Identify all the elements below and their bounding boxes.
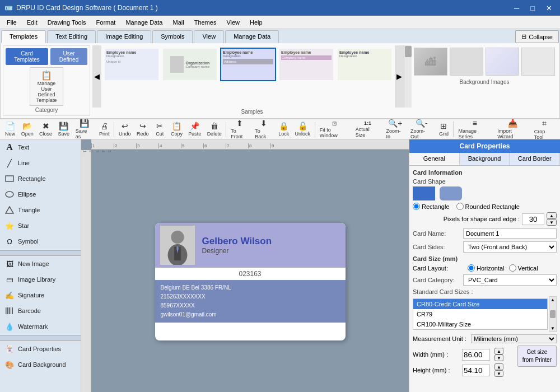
id-card[interactable]: Gelbero Wilson Designer 023163 Belgium B… [155, 223, 346, 340]
toolbar-delete[interactable]: 🗑Delete [204, 120, 224, 138]
std-size-cr80[interactable]: CR80-Credit Card Size [413, 299, 547, 309]
width-spinner[interactable]: ▲ ▼ [494, 348, 503, 361]
left-item-watermark[interactable]: 💧 Watermark [0, 319, 81, 334]
std-size-cr100[interactable]: CR100-Military Size [413, 319, 547, 329]
menu-format[interactable]: Format [92, 18, 120, 27]
card-category-select[interactable]: PVC_Card Paper_Card [463, 274, 557, 286]
samples-scroll-left[interactable]: ◀ [92, 45, 101, 108]
menu-drawing-tools[interactable]: Drawing Tools [43, 18, 91, 27]
radio-v-input[interactable] [509, 264, 516, 272]
sample-item-3[interactable]: Employee name Designation Address [220, 48, 276, 81]
samples-scrollbar[interactable] [404, 45, 412, 108]
toolbar-manage-series[interactable]: ≡Manage Series [455, 117, 494, 141]
menu-file[interactable]: File [2, 18, 21, 27]
menu-view[interactable]: View [222, 18, 244, 27]
tab-symbols[interactable]: Symbols [152, 30, 193, 43]
height-spinner[interactable]: ▲ ▼ [494, 363, 503, 377]
panel-tab-general[interactable]: General [409, 153, 460, 165]
height-down[interactable]: ▼ [494, 370, 503, 377]
maximize-button[interactable]: □ [527, 3, 538, 13]
toolbar-to-back[interactable]: ⬇To Back [252, 117, 275, 141]
toolbar-zoom-in[interactable]: 🔍+Zoom-In [383, 117, 407, 141]
panel-tab-background[interactable]: Background [460, 153, 510, 165]
toolbar-unlock[interactable]: 🔓Unlock [292, 120, 313, 138]
toolbar-lock[interactable]: 🔒Lock [276, 120, 291, 138]
toolbar-new[interactable]: 📄New [2, 120, 18, 138]
panel-tab-card-border[interactable]: Card Border [510, 153, 560, 165]
width-input[interactable] [462, 349, 490, 361]
toolbar-import-wizard[interactable]: 📥Import Wizard [494, 117, 530, 141]
width-up[interactable]: ▲ [494, 348, 503, 354]
minimize-button[interactable]: ─ [511, 3, 522, 13]
card-templates-button[interactable]: Card Templates [6, 48, 48, 65]
left-item-card-properties[interactable]: 🃏 Card Properties [0, 341, 81, 357]
left-item-new-image[interactable]: 🖼 New Image [0, 256, 81, 272]
close-button[interactable]: ✕ [543, 3, 556, 13]
toolbar-print[interactable]: 🖨Print [96, 120, 112, 138]
left-item-barcode[interactable]: Barcode [0, 303, 81, 319]
canvas-bg[interactable]: Gelbero Wilson Designer 023163 Belgium B… [91, 150, 409, 392]
samples-scroll-right[interactable]: ▶ [395, 45, 404, 108]
toolbar-actual-size[interactable]: 1:1Actual Size [353, 119, 383, 139]
sizes-scroll-thumb[interactable] [550, 310, 556, 318]
menu-themes[interactable]: Themes [190, 18, 221, 27]
pixels-spinner[interactable]: ▲ ▼ [547, 212, 557, 226]
toolbar-save[interactable]: 💾Save [55, 120, 72, 138]
menu-manage-data[interactable]: Manage Data [121, 18, 167, 27]
left-item-rectangle[interactable]: Rectangle [0, 171, 81, 186]
bg-image-2[interactable] [450, 48, 483, 76]
radio-vertical[interactable]: Vertical [509, 264, 538, 272]
height-input[interactable] [462, 365, 490, 376]
left-item-signature[interactable]: ✍ Signature [0, 287, 81, 303]
radio-rounded-input[interactable] [456, 203, 464, 210]
toolbar-cut[interactable]: ✂Cut [152, 120, 167, 138]
sizes-scroll-down[interactable]: ▼ [550, 326, 555, 331]
tab-view[interactable]: View [194, 30, 224, 43]
left-item-image-library[interactable]: 🗃 Image Library [0, 272, 81, 287]
sample-item-2[interactable]: Organization Company name [162, 48, 218, 81]
toolbar-to-front[interactable]: ⬆To Front [228, 117, 251, 141]
toolbar-paste[interactable]: 📌Paste [186, 120, 204, 138]
get-size-button[interactable]: Get sizefrom Printer [517, 346, 557, 367]
tab-text-editing[interactable]: Text Editing [47, 30, 96, 43]
user-defined-button[interactable]: User Defined [50, 48, 87, 65]
card-sides-select[interactable]: Two (Front and Back) One (Front only) [463, 241, 557, 253]
bg-image-3[interactable] [486, 48, 519, 76]
left-item-ellipse[interactable]: Ellipse [0, 186, 81, 202]
radio-rectangle[interactable]: Rectangle [413, 203, 450, 210]
left-item-star[interactable]: ⭐ Star [0, 218, 81, 234]
left-item-line[interactable]: ╱ Line [0, 155, 81, 171]
tab-manage-data[interactable]: Manage Data [225, 30, 279, 43]
toolbar-fit-window[interactable]: ⊡Fit to Window [317, 119, 352, 140]
tab-image-editing[interactable]: Image Editing [97, 30, 151, 43]
unit-select[interactable]: Milimeters (mm) Inches [471, 334, 557, 343]
pixels-up[interactable]: ▲ [547, 212, 557, 219]
toolbar-open[interactable]: 📂Open [18, 120, 36, 138]
bg-image-4[interactable] [521, 48, 555, 76]
menu-mail[interactable]: Mail [168, 18, 188, 27]
card-name-input[interactable] [463, 228, 557, 239]
toolbar-close[interactable]: ✖Close [36, 120, 54, 138]
menu-edit[interactable]: Edit [22, 18, 42, 27]
sample-item-4[interactable]: Employee name Company name [278, 48, 334, 81]
left-item-card-background[interactable]: 🎨 Card Background [0, 357, 81, 372]
pixels-input[interactable] [522, 213, 544, 225]
tab-templates[interactable]: Templates [1, 30, 46, 43]
radio-rect-input[interactable] [413, 203, 420, 210]
toolbar-save-as[interactable]: 💾Save as [73, 117, 96, 141]
toolbar-redo[interactable]: ↪Redo [134, 120, 151, 138]
bg-image-1[interactable]: 🏙 [414, 48, 447, 76]
radio-h-input[interactable] [468, 264, 475, 272]
sizes-scrollbar[interactable]: ▲ ▼ [549, 296, 557, 332]
radio-rounded[interactable]: Rounded Rectangle [456, 203, 520, 210]
collapse-button[interactable]: ⊟ Collapse [515, 30, 559, 43]
height-up[interactable]: ▲ [494, 363, 503, 370]
manage-template-button[interactable]: 📋 ManageUserDefinedTemplate [30, 67, 63, 106]
menu-help[interactable]: Help [245, 18, 267, 27]
toolbar-undo[interactable]: ↩Undo [116, 120, 133, 138]
toolbar-copy[interactable]: 📋Copy [168, 120, 185, 138]
left-item-triangle[interactable]: Triangle [0, 202, 81, 218]
radio-horizontal[interactable]: Horizontal [468, 264, 505, 272]
sample-item-5[interactable]: Employee name Designation [337, 48, 393, 81]
left-item-symbol[interactable]: Ω Symbol [0, 234, 81, 249]
